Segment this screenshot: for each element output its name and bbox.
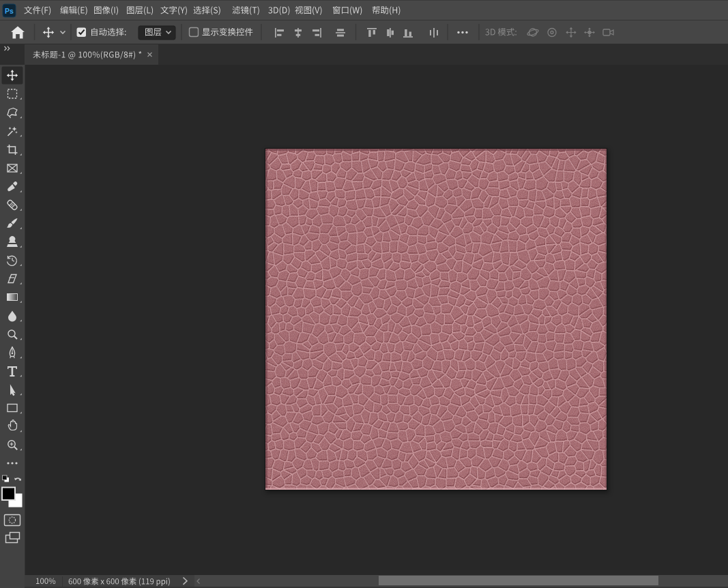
- svg-text:Ps: Ps: [5, 7, 14, 15]
